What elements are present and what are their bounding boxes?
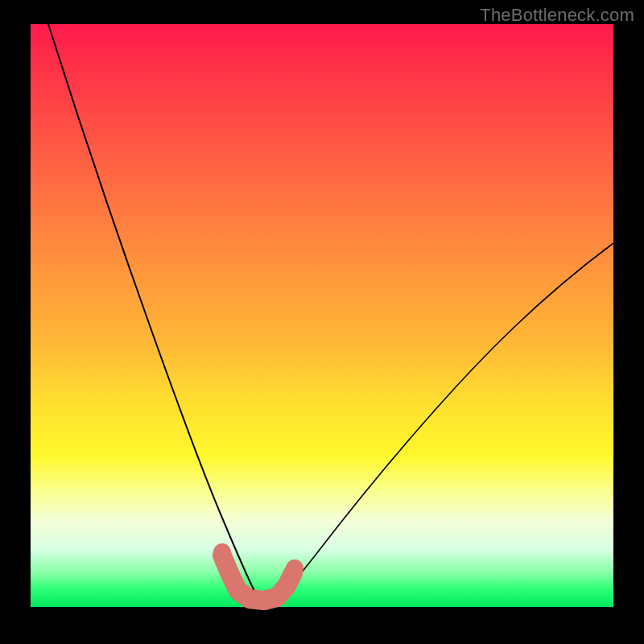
curve-layer [31,24,613,607]
marker-dot-left-upper [213,543,231,561]
chart-frame: TheBottleneck.com [0,0,644,644]
watermark-text: TheBottleneck.com [480,5,634,26]
left-branch-curve [48,24,264,607]
plot-area [31,24,613,607]
marker-dot-left-lower [221,564,239,582]
right-branch-curve [272,243,613,607]
marker-dot-right-upper [286,559,303,577]
